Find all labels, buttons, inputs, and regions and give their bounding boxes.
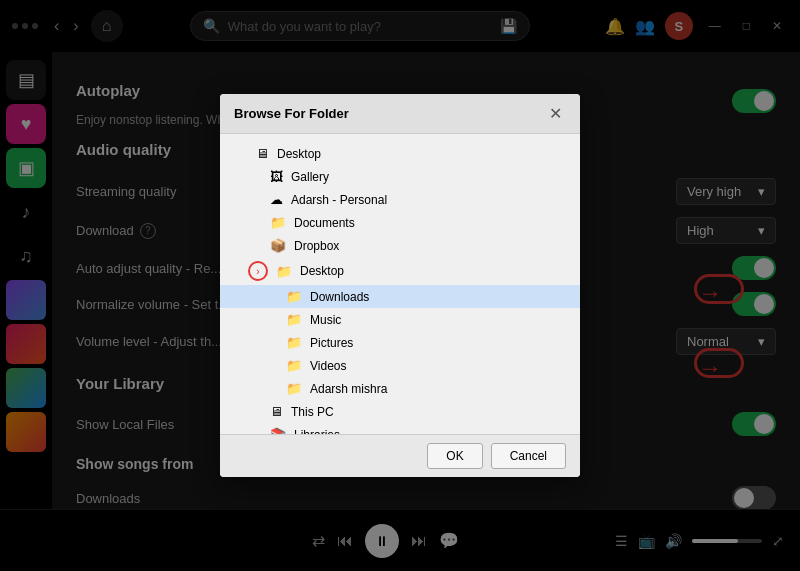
modal-title: Browse For Folder xyxy=(234,106,349,121)
folder-item[interactable]: 🖥This PC xyxy=(220,400,580,423)
modal-footer: OK Cancel xyxy=(220,434,580,477)
folder-icon: 📁 xyxy=(286,335,302,350)
folder-item[interactable]: 📦Dropbox xyxy=(220,234,580,257)
folder-icon: 📁 xyxy=(286,381,302,396)
folder-item[interactable]: ☁Adarsh - Personal xyxy=(220,188,580,211)
folder-name: Downloads xyxy=(310,290,369,304)
folder-name: Adarsh - Personal xyxy=(291,193,387,207)
folder-item[interactable]: 📁Downloads xyxy=(220,285,580,308)
folder-icon: 🖼 xyxy=(270,169,283,184)
browse-folder-modal: Browse For Folder ✕ 🖥Desktop🖼Gallery☁Ada… xyxy=(220,94,580,477)
folder-item[interactable]: 📁Music xyxy=(220,308,580,331)
modal-overlay: Browse For Folder ✕ 🖥Desktop🖼Gallery☁Ada… xyxy=(0,52,800,509)
folder-name: Videos xyxy=(310,359,346,373)
modal-ok-button[interactable]: OK xyxy=(427,443,482,469)
folder-name: Gallery xyxy=(291,170,329,184)
folder-name: Libraries xyxy=(294,428,340,435)
folder-icon: 📚 xyxy=(270,427,286,434)
folder-name: This PC xyxy=(291,405,334,419)
folder-name: Adarsh mishra xyxy=(310,382,387,396)
folder-name: Documents xyxy=(294,216,355,230)
folder-item[interactable]: 🖥Desktop xyxy=(220,142,580,165)
modal-header: Browse For Folder ✕ xyxy=(220,94,580,134)
expand-icon[interactable]: › xyxy=(248,261,268,281)
modal-cancel-button[interactable]: Cancel xyxy=(491,443,566,469)
folder-icon: 📁 xyxy=(276,264,292,279)
folder-name: Desktop xyxy=(300,264,344,278)
folder-item[interactable]: ›📁Desktop xyxy=(220,257,580,285)
folder-icon: 📁 xyxy=(286,312,302,327)
folder-icon: 🖥 xyxy=(270,404,283,419)
folder-icon: 🖥 xyxy=(256,146,269,161)
folder-item[interactable]: 📚Libraries xyxy=(220,423,580,434)
folder-icon: 📦 xyxy=(270,238,286,253)
folder-icon: 📁 xyxy=(270,215,286,230)
folder-item[interactable]: 🖼Gallery xyxy=(220,165,580,188)
folder-item[interactable]: 📁Pictures xyxy=(220,331,580,354)
folder-icon: 📁 xyxy=(286,289,302,304)
folder-item[interactable]: 📁Videos xyxy=(220,354,580,377)
folder-name: Music xyxy=(310,313,341,327)
modal-body[interactable]: 🖥Desktop🖼Gallery☁Adarsh - Personal📁Docum… xyxy=(220,134,580,434)
modal-close-button[interactable]: ✕ xyxy=(545,104,566,123)
folder-item[interactable]: 📁Adarsh mishra xyxy=(220,377,580,400)
folder-name: Pictures xyxy=(310,336,353,350)
folder-item[interactable]: 📁Documents xyxy=(220,211,580,234)
folder-icon: 📁 xyxy=(286,358,302,373)
folder-name: Dropbox xyxy=(294,239,339,253)
folder-name: Desktop xyxy=(277,147,321,161)
folder-icon: ☁ xyxy=(270,192,283,207)
